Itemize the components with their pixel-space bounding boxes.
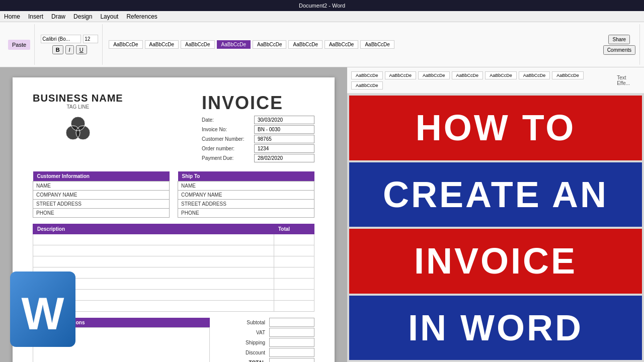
italic-button[interactable]: I bbox=[65, 45, 74, 54]
vat-value[interactable] bbox=[269, 328, 314, 337]
ship-to-header: Ship To bbox=[178, 171, 314, 182]
thumb-line1: HOW TO bbox=[349, 96, 642, 160]
thumb-line3: INVOICE bbox=[349, 229, 642, 294]
share-section: Share Comments bbox=[599, 24, 640, 65]
ship-field-address[interactable]: STREET ADDRESS bbox=[178, 200, 314, 209]
subtotal-value[interactable] bbox=[269, 318, 314, 327]
date-value[interactable]: 30/03/2020 bbox=[254, 116, 314, 124]
ship-field-name[interactable]: NAME bbox=[178, 182, 314, 191]
table-row bbox=[33, 245, 314, 256]
invoice-no-row: Invoice No: BN - 0030 bbox=[202, 125, 314, 134]
style-no-spacing[interactable]: AaBbCcDe bbox=[145, 40, 179, 49]
customer-field-name[interactable]: NAME bbox=[33, 182, 170, 191]
discount-label: Discount bbox=[225, 350, 265, 355]
customer-no-row: Customer Number: 98765 bbox=[202, 135, 314, 143]
styles-row: AaBbCcDe AaBbCcDe AaBbCcDe AaBbCcDe AaBb… bbox=[105, 24, 597, 65]
text-effects-label[interactable]: Text Effe... bbox=[617, 75, 640, 86]
invoice-header: BUSINESS NAME TAG LINE INVOICE bbox=[33, 93, 314, 163]
thumb-style-1[interactable]: AaBbCcDe bbox=[351, 71, 383, 79]
shipping-label: Shipping bbox=[225, 340, 265, 345]
order-no-row: Order number: 1234 bbox=[202, 144, 314, 153]
vat-row: VAT bbox=[214, 328, 314, 337]
invoice-no-label: Invoice No: bbox=[202, 127, 252, 132]
style-heading5[interactable]: AaBbCcDe bbox=[325, 40, 358, 49]
style-heading1[interactable]: AaBbCcDe bbox=[181, 40, 214, 49]
subtotal-row: Subtotal bbox=[214, 318, 314, 327]
customer-field-address[interactable]: STREET ADDRESS bbox=[33, 200, 170, 209]
order-no-value[interactable]: 1234 bbox=[254, 144, 314, 153]
subtotal-label: Subtotal bbox=[225, 320, 265, 325]
thumb-panel: AaBbCcDe AaBbCcDe AaBbCcDe AaBbCcDe AaBb… bbox=[347, 67, 644, 362]
table-row bbox=[33, 234, 314, 245]
business-left: BUSINESS NAME TAG LINE bbox=[33, 93, 123, 144]
window-title: Document2 - Word bbox=[299, 3, 345, 9]
font-section: B I U bbox=[37, 24, 103, 65]
font-family-input[interactable] bbox=[41, 35, 81, 43]
font-size-input[interactable] bbox=[83, 35, 98, 43]
payment-due-row: Payment Due: 28/02/2020 bbox=[202, 154, 314, 162]
thumb-style-5[interactable]: AaBbCcDe bbox=[485, 71, 517, 79]
discount-row: Discount bbox=[214, 348, 314, 357]
invoice-no-value[interactable]: BN - 0030 bbox=[254, 125, 314, 134]
thumb-style-3[interactable]: AaBbCcDe bbox=[418, 71, 450, 79]
totals-section: Subtotal VAT Shipping Discount bbox=[214, 318, 314, 362]
main-area: BUSINESS NAME TAG LINE INVOICE bbox=[0, 67, 644, 362]
menu-draw[interactable]: Draw bbox=[51, 13, 65, 20]
share-button[interactable]: Share bbox=[608, 35, 630, 44]
style-normal[interactable]: AaBbCcDe bbox=[109, 40, 142, 49]
style-heading2[interactable]: AaBbCcDe bbox=[217, 40, 251, 49]
menu-bar: Home Insert Draw Design Layout Reference… bbox=[0, 11, 644, 22]
underline-button[interactable]: U bbox=[76, 45, 87, 54]
ship-field-phone[interactable]: PHONE bbox=[178, 209, 314, 218]
tag-line: TAG LINE bbox=[66, 104, 89, 110]
payment-due-value[interactable]: 28/02/2020 bbox=[254, 154, 314, 162]
style-heading4[interactable]: AaBbCcDe bbox=[288, 40, 322, 49]
total-header: Total bbox=[274, 224, 314, 234]
thumb-top-bar: AaBbCcDe AaBbCcDe AaBbCcDe AaBbCcDe AaBb… bbox=[347, 67, 644, 94]
shipping-value[interactable] bbox=[269, 338, 314, 347]
invoice-details: Date: 30/03/2020 Invoice No: BN - 0030 C… bbox=[202, 116, 314, 163]
paste-section: Paste bbox=[4, 24, 35, 65]
shipping-row: Shipping bbox=[214, 338, 314, 347]
date-label: Date: bbox=[202, 117, 252, 123]
menu-insert[interactable]: Insert bbox=[28, 13, 43, 20]
bold-button[interactable]: B bbox=[52, 45, 63, 54]
ship-field-company[interactable]: COMPANY NAME bbox=[178, 191, 314, 200]
customer-info-header: Customer Information bbox=[33, 171, 170, 182]
style-chips-top: AaBbCcDe AaBbCcDe AaBbCcDe AaBbCcDe AaBb… bbox=[351, 71, 610, 89]
style-heading3[interactable]: AaBbCcDe bbox=[253, 40, 286, 49]
thumb-style-4[interactable]: AaBbCcDe bbox=[452, 71, 484, 79]
word-icon-overlay: W bbox=[10, 272, 75, 347]
customer-no-value[interactable]: 98765 bbox=[254, 135, 314, 143]
ribbon: Paste B I U AaBbCcDe AaBbCcDe AaBbCcDe A… bbox=[0, 22, 644, 67]
svg-text:W: W bbox=[22, 289, 64, 339]
menu-design[interactable]: Design bbox=[73, 13, 92, 20]
menu-layout[interactable]: Layout bbox=[100, 13, 118, 20]
menu-home[interactable]: Home bbox=[4, 13, 20, 20]
title-bar: Document2 - Word bbox=[0, 0, 644, 11]
total-value[interactable] bbox=[269, 358, 314, 362]
thumb-style-2[interactable]: AaBbCcDe bbox=[385, 71, 417, 79]
total-label: TOTAL bbox=[225, 360, 265, 363]
customer-field-phone[interactable]: PHONE bbox=[33, 209, 170, 218]
thumb-line2: CREATE AN bbox=[349, 162, 642, 227]
payment-due-label: Payment Due: bbox=[202, 155, 252, 161]
address-row: Customer Information NAME COMPANY NAME S… bbox=[33, 171, 314, 218]
style-heading6[interactable]: AaBbCcDe bbox=[360, 40, 394, 49]
thumb-style-6[interactable]: AaBbCcDe bbox=[519, 71, 550, 79]
desc-header: Description bbox=[33, 224, 274, 234]
customer-no-label: Customer Number: bbox=[202, 136, 252, 142]
thumb-style-7[interactable]: AaBbCcDe bbox=[552, 71, 584, 79]
ship-to-table: Ship To NAME COMPANY NAME STREET ADDRESS… bbox=[178, 171, 314, 218]
date-row: Date: 30/03/2020 bbox=[202, 116, 314, 124]
invoice-title: INVOICE bbox=[202, 93, 314, 114]
discount-value[interactable] bbox=[269, 348, 314, 357]
menu-references[interactable]: References bbox=[126, 13, 157, 20]
word-icon: W bbox=[10, 272, 75, 347]
customer-field-company[interactable]: COMPANY NAME bbox=[33, 191, 170, 200]
thumb-style-8[interactable]: AaBbCcDe bbox=[351, 81, 383, 89]
thumb-line4: IN WORD bbox=[349, 296, 642, 360]
paste-button[interactable]: Paste bbox=[8, 40, 30, 50]
table-row bbox=[33, 256, 314, 267]
comments-button[interactable]: Comments bbox=[603, 45, 635, 55]
